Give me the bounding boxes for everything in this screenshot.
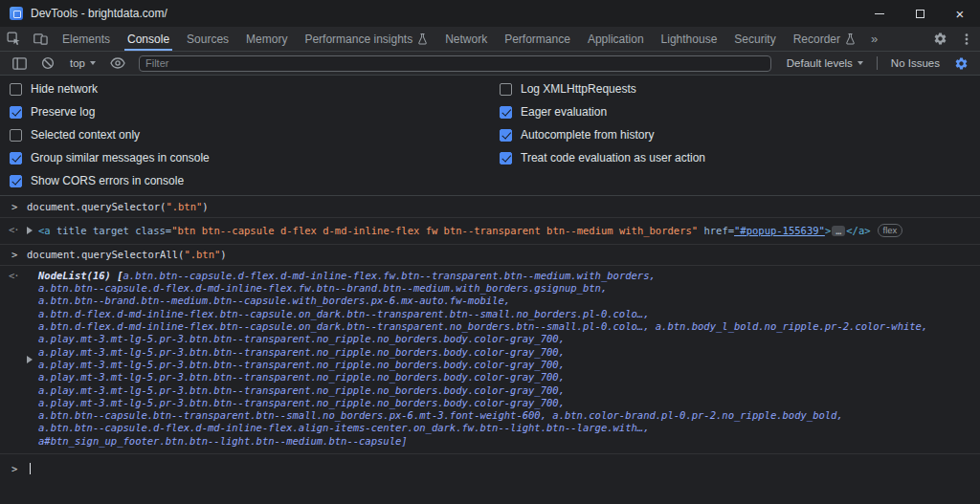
setting-selected-context-only[interactable]: Selected context only [0,123,490,146]
checkbox[interactable] [10,175,22,187]
tab-label: Performance [504,33,570,46]
flex-badge[interactable]: flex [878,224,903,237]
panel-left-icon [12,57,27,70]
minimize-button[interactable] [859,0,900,27]
close-button[interactable]: × [940,0,980,27]
tab-elements[interactable]: Elements [54,27,119,51]
console-command-2[interactable]: > document.querySelectorAll(".btn") [0,245,980,266]
expand-triangle-icon[interactable] [27,356,33,363]
tab-lighthouse[interactable]: Lighthouse [653,27,726,51]
clear-console-button[interactable] [34,56,61,70]
eye-icon [110,57,125,69]
context-label: top [70,57,85,69]
tab-performance-insights[interactable]: Performance insights [296,27,436,51]
setting-label: Preserve log [31,105,95,119]
minimize-icon [875,13,884,14]
setting-preserve-log[interactable]: Preserve log [0,100,490,123]
checkbox[interactable] [500,83,512,96]
nodelist-line: a#btn_sign_up_footer.btn.btn--light.btn-… [38,435,972,448]
maximize-icon [916,10,924,18]
panel-tabbar: Elements Console Sources Memory Performa… [0,27,980,52]
tab-recorder[interactable]: Recorder [785,27,864,51]
nodelist-line: a.btn.btn--brand.btn--medium.btn--capsul… [38,295,972,307]
setting-label: Group similar messages in console [31,151,210,164]
setting-group-similar[interactable]: Group similar messages in console [0,146,490,169]
nodelist-line: a.play.mt-3.mt-lg-5.pr-3.btn.btn--transp… [38,371,972,383]
tab-security[interactable]: Security [725,27,784,51]
devtools-window: DevTools - brightdata.com/ × Elements Co… [0,0,980,504]
text-cursor [30,463,31,474]
tab-label: Security [734,33,775,46]
checkbox[interactable] [10,129,22,142]
device-toolbar-button[interactable] [27,27,54,51]
setting-label: Autocomplete from history [521,128,654,142]
log-levels-dropdown[interactable]: Default levels [781,57,869,69]
nodelist-line: a.play.mt-3.mt-lg-5.pr-3.btn.btn--transp… [38,359,972,371]
nodelist-line: a.btn.btn--capsule.d-flex.d-md-inline-fl… [38,282,972,295]
returned-value-icon: <· [9,224,19,236]
tab-label: Recorder [793,33,840,46]
close-icon: × [956,7,965,21]
setting-treat-evaluation-user-action[interactable]: Treat code evaluation as user action [490,146,980,169]
checkbox[interactable] [10,106,22,119]
main-menu-button[interactable] [953,27,980,51]
checkbox[interactable] [500,152,512,164]
tab-network[interactable]: Network [436,27,496,51]
settings-button[interactable] [926,27,953,51]
console-prompt[interactable]: > [0,454,980,483]
tab-memory[interactable]: Memory [237,27,296,51]
clear-console-icon [41,56,55,70]
checkbox[interactable] [10,83,22,96]
setting-label: Hide network [31,82,98,96]
caret-down-icon [90,61,96,65]
tab-console[interactable]: Console [119,27,178,51]
setting-autocomplete-history[interactable]: Autocomplete from history [490,123,980,146]
filter-input[interactable] [139,55,771,72]
setting-label: Selected context only [31,128,140,142]
setting-log-xmlhttprequests[interactable]: Log XMLHttpRequests [490,77,980,100]
log-levels-label: Default levels [787,57,853,69]
context-selector[interactable]: top [63,57,102,69]
setting-eager-evaluation[interactable]: Eager evaluation [490,100,980,123]
console-result-1[interactable]: <· <a title target class="btn btn--capsu… [0,218,980,244]
setting-label: Eager evaluation [521,105,607,119]
prompt-chevron-icon: > [11,249,17,261]
more-tabs-button[interactable]: » [864,27,884,51]
window-controls: × [859,0,980,27]
window-title: DevTools - brightdata.com/ [31,7,167,20]
tab-label: Sources [187,33,229,46]
ellipsis-expand-button[interactable]: … [832,226,845,236]
tab-application[interactable]: Application [579,27,653,51]
nodelist-line: a.play.mt-3.mt-lg-5.pr-3.btn.btn--transp… [38,397,972,409]
nodelist-line: a.btn.d-flex.d-md-inline-flex.btn--capsu… [38,320,972,333]
tab-label: Console [127,33,169,46]
checkbox[interactable] [10,152,22,164]
checkbox[interactable] [500,106,512,119]
console-result-2[interactable]: <· NodeList(16) [a.btn.btn--capsule.d-fl… [0,266,980,454]
setting-label: Treat code evaluation as user action [521,151,705,164]
nodelist-line: a.play.mt-3.mt-lg-5.pr-3.btn.btn--transp… [38,346,972,359]
setting-hide-network[interactable]: Hide network [0,77,490,100]
href-link[interactable]: "#popup-155639" [734,225,825,236]
checkbox[interactable] [500,129,512,142]
tab-performance[interactable]: Performance [496,27,579,51]
command-text: document.querySelectorAll(".btn") [27,249,227,260]
inspect-element-button[interactable] [0,27,27,51]
tabbar-spacer [884,27,926,51]
issues-counter[interactable]: No Issues [885,57,946,69]
expand-triangle-icon[interactable] [27,227,33,234]
tab-label: Memory [246,33,287,46]
setting-label: Show CORS errors in console [31,174,184,187]
console-sidebar-button[interactable] [6,57,33,70]
maximize-button[interactable] [900,0,940,27]
live-expression-button[interactable] [104,57,131,69]
console-command-1[interactable]: > document.querySelector(".btn") [0,197,980,218]
console-settings-button[interactable] [947,56,974,71]
gear-icon [933,32,947,46]
tab-sources[interactable]: Sources [178,27,237,51]
setting-show-cors-errors[interactable]: Show CORS errors in console [0,169,490,192]
toolbar-divider [877,56,878,70]
prompt-chevron-icon: > [11,463,17,475]
caret-down-icon [858,61,863,65]
console-toolbar: top Default levels No Issues [0,52,980,76]
